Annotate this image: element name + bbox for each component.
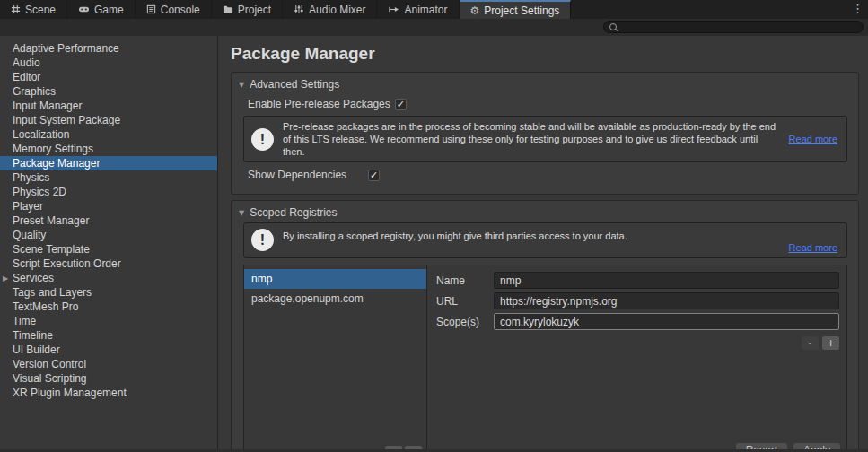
sidebar-item-label: Package Manager (13, 157, 100, 170)
scoped-registries-foldout[interactable]: ▼ Scoped Registries (239, 205, 847, 220)
sidebar-item-label: Quality (13, 229, 46, 241)
sidebar-item-quality[interactable]: Quality (0, 228, 217, 242)
tab-label: Scene (25, 4, 56, 16)
sidebar-item-xr-plugin-management[interactable]: XR Plugin Management (0, 386, 217, 400)
sidebar-item-label: Visual Scripting (13, 372, 87, 385)
sidebar: Adaptive PerformanceAudioEditorGraphicsI… (0, 36, 218, 452)
sidebar-item-label: Audio (13, 56, 40, 69)
read-more-link[interactable]: Read more (789, 134, 837, 144)
console-icon (146, 4, 156, 14)
tab-console[interactable]: Console (136, 0, 212, 19)
sidebar-item-audio[interactable]: Audio (0, 56, 217, 70)
advanced-settings-foldout[interactable]: ▼ Advanced Settings (239, 77, 847, 91)
sidebar-item-label: Localization (13, 128, 69, 141)
sidebar-item-label: Script Execution Order (13, 257, 121, 270)
info-icon: ! (251, 128, 274, 151)
tab-project[interactable]: Project (212, 0, 283, 19)
foldout-open-icon: ▼ (239, 81, 244, 89)
sidebar-item-adaptive-performance[interactable]: Adaptive Performance (0, 41, 217, 56)
read-more-link[interactable]: Read more (789, 242, 837, 253)
scopes-field[interactable] (494, 313, 839, 330)
tab-label: Animator (404, 4, 447, 16)
sidebar-item-label: Graphics (13, 85, 56, 98)
sidebar-item-ui-builder[interactable]: UI Builder (0, 343, 217, 357)
show-dependencies-checkbox[interactable]: ✓ (368, 170, 380, 181)
search-input[interactable] (620, 22, 863, 32)
sidebar-item-label: TextMesh Pro (13, 300, 78, 313)
sidebar-item-version-control[interactable]: Version Control (0, 357, 217, 371)
page-title: Package Manager (231, 44, 859, 64)
info-icon: ! (251, 229, 274, 251)
name-field-row: Name (436, 272, 839, 289)
scoped-infobox: ! By installing a scoped registry, you m… (243, 222, 847, 258)
registry-item[interactable]: nmp (244, 269, 426, 289)
sidebar-item-label: Timeline (13, 329, 53, 342)
tab-scene[interactable]: Scene (0, 0, 67, 19)
search-box[interactable] (603, 21, 864, 33)
scoped-info-text: By installing a scoped registry, you mig… (283, 227, 839, 242)
sidebar-item-label: Memory Settings (13, 143, 93, 155)
sidebar-item-label: Physics (13, 171, 49, 184)
sidebar-item-time[interactable]: Time (0, 314, 217, 328)
url-label: URL (436, 295, 494, 308)
sidebar-item-label: Adaptive Performance (13, 42, 119, 55)
sidebar-item-label: Version Control (13, 358, 86, 370)
registry-list: nmppackage.openupm.com - + (244, 265, 427, 452)
tab-animator[interactable]: Animator (377, 0, 459, 19)
add-scope-button[interactable]: + (822, 336, 839, 350)
sidebar-item-script-execution-order[interactable]: Script Execution Order (0, 256, 217, 271)
sidebar-item-label: Services (13, 272, 54, 284)
name-label: Name (436, 274, 494, 287)
sidebar-item-textmesh-pro[interactable]: TextMesh Pro (0, 300, 217, 314)
sidebar-item-input-system-package[interactable]: Input System Package (0, 113, 217, 127)
scope-buttons: - + (436, 336, 839, 350)
project-icon (223, 4, 233, 14)
sidebar-item-package-manager[interactable]: Package Manager (0, 156, 217, 170)
search-icon (609, 23, 617, 30)
tab-label: Project (238, 4, 271, 16)
sidebar-item-label: Player (13, 200, 43, 213)
sidebar-item-label: XR Plugin Management (13, 387, 127, 399)
sidebar-item-player[interactable]: Player (0, 199, 217, 213)
sidebar-item-localization[interactable]: Localization (0, 127, 217, 142)
game-icon (78, 4, 90, 14)
sidebar-item-physics[interactable]: Physics (0, 170, 217, 185)
sidebar-item-preset-manager[interactable]: Preset Manager (0, 213, 217, 228)
url-field[interactable] (494, 292, 839, 309)
sidebar-item-timeline[interactable]: Timeline (0, 328, 217, 343)
sidebar-item-scene-template[interactable]: Scene Template (0, 242, 217, 256)
content-area: Adaptive PerformanceAudioEditorGraphicsI… (0, 36, 868, 452)
tab-strip: Scene Game Console Project Audio Mixer A… (0, 0, 868, 19)
name-field[interactable] (494, 272, 839, 289)
registry-item[interactable]: package.openupm.com (244, 289, 426, 309)
enable-prerelease-checkbox[interactable]: ✓ (395, 99, 407, 110)
sidebar-item-label: UI Builder (13, 343, 60, 356)
registries-panel: nmppackage.openupm.com - + Name URL (243, 265, 847, 452)
sidebar-item-tags-and-layers[interactable]: Tags and Layers (0, 285, 217, 300)
enable-prerelease-label: Enable Pre-release Packages (248, 98, 390, 110)
sidebar-item-editor[interactable]: Editor (0, 70, 217, 84)
tab-game[interactable]: Game (67, 0, 136, 19)
tab-audio-mixer[interactable]: Audio Mixer (283, 0, 377, 19)
prerelease-infobox: ! Pre-release packages are in the proces… (243, 116, 847, 162)
animator-icon (388, 4, 399, 14)
section-title: Advanced Settings (250, 78, 339, 91)
sidebar-item-label: Preset Manager (13, 214, 89, 227)
sidebar-item-memory-settings[interactable]: Memory Settings (0, 142, 217, 156)
tab-label: Console (161, 4, 200, 16)
sidebar-item-input-manager[interactable]: Input Manager (0, 99, 217, 113)
tab-label: Game (94, 4, 124, 16)
remove-scope-button[interactable]: - (802, 336, 819, 350)
sidebar-item-visual-scripting[interactable]: Visual Scripting (0, 371, 217, 386)
sidebar-item-label: Input System Package (13, 114, 120, 126)
sidebar-item-graphics[interactable]: Graphics (0, 84, 217, 99)
tab-project-settings[interactable]: ⚙ Project Settings (460, 0, 572, 19)
kebab-menu-icon[interactable]: ⋮ (852, 2, 864, 16)
sidebar-item-label: Time (13, 315, 36, 327)
sidebar-item-physics-2d[interactable]: Physics 2D (0, 185, 217, 199)
sidebar-item-services[interactable]: ▶Services (0, 271, 217, 285)
chevron-right-icon[interactable]: ▶ (3, 272, 8, 286)
section-title: Scoped Registries (250, 206, 337, 219)
audio-mixer-icon (294, 4, 304, 14)
tab-label: Project Settings (484, 4, 559, 17)
